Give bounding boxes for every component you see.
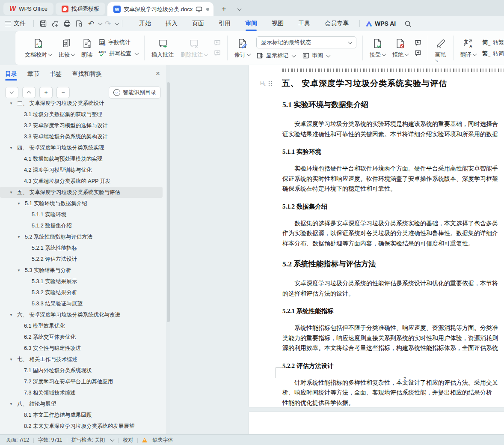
toc-item[interactable]: ▼三、 安卓深度学习垃圾分类系统设计 — [0, 98, 163, 109]
toc-item[interactable]: 6.3 安全性与稳定性改进 — [0, 343, 163, 354]
toc-item[interactable]: 4.2 深度学习模型训练与优化 — [0, 164, 163, 176]
app-tab-docer-templates[interactable]: 找稻壳模板 — [56, 3, 105, 15]
to-simplified-button[interactable]: 繁→ 转简 — [482, 50, 504, 57]
expand-all-button[interactable] — [22, 87, 36, 98]
device-sync-icon[interactable] — [196, 6, 202, 12]
smart-toc-button[interactable]: 智能识别目录 — [109, 87, 161, 99]
tab-reference[interactable]: 引用 — [211, 17, 238, 30]
toc-item[interactable]: 6.1 模型效果优化 — [0, 320, 163, 332]
file-menu[interactable]: 文件 — [5, 20, 26, 27]
toc-item[interactable]: 4.3 安卓端垃圾分类系统的 APP 开发 — [0, 176, 163, 187]
tab-membership[interactable]: 会员专享 — [317, 17, 356, 30]
reject-change-button[interactable]: 拒绝 — [389, 36, 412, 60]
previous-change-button[interactable] — [414, 39, 422, 46]
insert-comment-button[interactable]: 插入批注 — [148, 36, 177, 60]
word-count-indicator[interactable]: 字数: 9711 — [38, 436, 62, 444]
sidebar-tab-bookmarks[interactable]: 书签 — [50, 66, 62, 82]
toc-item[interactable]: 5.1.2 数据集介绍 — [0, 220, 163, 231]
doc-proofread-button[interactable]: a 文档校对 — [21, 36, 55, 60]
toc-item[interactable]: 5.3.2 实验结果分析 — [0, 287, 163, 298]
collapse-arrow-icon[interactable]: ▼ — [9, 402, 17, 406]
collapse-arrow-icon[interactable]: ▼ — [16, 269, 25, 272]
save-button[interactable] — [38, 18, 48, 29]
toc-item[interactable]: 5.1.1 实验环境 — [0, 209, 163, 220]
toc-item[interactable]: ▼5.1 实验环境与数据集介绍 — [0, 198, 163, 209]
toc-item[interactable]: 5.3.1 实验结果展示 — [0, 276, 163, 287]
page-indicator[interactable]: 页面: 7/12 — [6, 436, 29, 444]
print-preview-button[interactable] — [74, 18, 84, 29]
sidebar-scrollbar[interactable] — [166, 65, 170, 434]
new-tab-button[interactable]: + — [218, 3, 229, 15]
spellcheck-status[interactable]: 拼写检查: 关闭 — [71, 436, 105, 444]
toc-item[interactable]: 5.2.2 评估方法设计 — [0, 254, 163, 265]
missing-font-warning[interactable]: 缺失字体 — [152, 436, 173, 444]
toc-item[interactable]: 7.2 深度学习在安卓平台上的其他应用 — [0, 376, 163, 387]
sidebar-tab-find-replace[interactable]: 查找和替换 — [72, 66, 102, 82]
next-change-button[interactable] — [414, 50, 422, 57]
toc-item[interactable]: ▼5.2 系统性能指标与评估方法 — [0, 231, 163, 242]
toc-item[interactable]: 8.2 未来安卓深度学习垃圾分类系统的发展展望 — [0, 421, 163, 432]
app-tab-wps-office[interactable]: W WPS Office — [3, 3, 53, 15]
toc-item[interactable]: 3.2 安卓深度学习模型的选择与设计 — [0, 120, 163, 131]
toc-item[interactable]: 6.2 系统交互体验优化 — [0, 332, 163, 343]
close-sidebar-button[interactable]: × — [156, 69, 160, 78]
search-button[interactable] — [403, 18, 413, 29]
accept-change-button[interactable]: 接受 — [366, 36, 389, 60]
collapse-arrow-icon[interactable]: ▼ — [9, 358, 17, 361]
toc-item[interactable]: ▼七、 相关工作与技术综述 — [0, 354, 163, 365]
toc-item[interactable]: 8.1 本文工作总结与成果回顾 — [0, 409, 163, 421]
toc-zoom-out-button[interactable]: − — [56, 87, 70, 98]
output-pdf-button[interactable] — [50, 18, 60, 29]
toc-item[interactable]: 7.3 相关领域技术综述 — [0, 387, 163, 398]
toc-zoom-in-button[interactable]: + — [39, 87, 53, 98]
collapse-all-button[interactable] — [5, 87, 18, 98]
quick-access-dropdown-icon[interactable] — [115, 21, 119, 25]
proofread-button[interactable]: 校对 — [123, 436, 133, 444]
group-expand-icon[interactable]: ↘ — [435, 58, 438, 63]
spell-check-button[interactable]: ABC 拼写检查 — [98, 50, 138, 57]
tab-view[interactable]: 视图 — [264, 17, 291, 30]
read-aloud-button[interactable]: 朗读 — [78, 36, 96, 60]
tab-home[interactable]: 开始 — [132, 17, 158, 30]
toc-item[interactable]: ▼五、 安卓深度学习垃圾分类系统实验与评估 — [0, 187, 163, 198]
toc-item[interactable]: 5.2.1 系统性能指标 — [0, 242, 163, 254]
compare-button[interactable]: 比较 — [55, 36, 78, 60]
toc-item[interactable]: ▼四、 安卓深度学习垃圾分类系统实现 — [0, 142, 163, 153]
undo-button[interactable]: ↶ — [86, 18, 96, 29]
toc-item[interactable]: 3.1 垃圾分类数据集的获取与整理 — [0, 109, 163, 120]
word-count-button[interactable]: 12 字数统计 — [98, 39, 138, 46]
spellcheck-dropdown-icon[interactable] — [110, 437, 115, 442]
sidebar-tab-chapters[interactable]: 章节 — [27, 66, 39, 82]
next-page-top[interactable] — [249, 412, 504, 434]
toc-item[interactable]: ▼六、 安卓深度学习垃圾分类系统优化与改进 — [0, 309, 163, 320]
toc-item[interactable]: 3.3 安卓端垃圾分类系统的架构设计 — [0, 131, 163, 142]
tab-list-dropdown[interactable] — [233, 3, 244, 15]
sidebar-tab-toc[interactable]: 目录 — [5, 66, 17, 82]
to-traditional-button[interactable]: 简→ 转繁 — [482, 39, 504, 46]
undo-dropdown-icon[interactable] — [98, 21, 103, 25]
collapse-arrow-icon[interactable]: ▼ — [9, 191, 17, 194]
collapse-arrow-icon[interactable]: ▼ — [9, 146, 17, 150]
tab-review[interactable]: 审阅 — [238, 17, 264, 30]
document-page[interactable]: H₁五、 安卓深度学习垃圾分类系统实验与评估5.1 实验环境与数据集介绍安卓深度… — [249, 65, 504, 407]
review-pane-button[interactable]: 审阅 — [302, 52, 330, 60]
toc-item[interactable]: ▼八、 结论与展望 — [0, 398, 163, 409]
track-changes-button[interactable]: 修订 — [231, 36, 254, 60]
tab-insert[interactable]: 插入 — [158, 17, 185, 30]
translate-button[interactable]: 文A 翻译 — [457, 36, 480, 60]
toc-item[interactable]: 7.1 国内外垃圾分类系统现状 — [0, 365, 163, 376]
document-tab[interactable]: W 安卓深度学习垃圾分类.docx — [107, 2, 213, 16]
wps-ai-button[interactable]: WPS AI — [366, 20, 396, 27]
toc-item[interactable]: 4.1 数据加载与预处理模块的实现 — [0, 153, 163, 164]
tab-page[interactable]: 页面 — [185, 17, 211, 30]
toc-item[interactable]: ▼5.3 实验结果与分析 — [0, 265, 163, 276]
tab-tools[interactable]: 工具 — [291, 17, 317, 30]
show-markup-button[interactable]: 显示标记 — [256, 52, 295, 60]
toc-item[interactable]: 5.3.3 结果验证与展望 — [0, 298, 163, 309]
collapse-arrow-icon[interactable]: ▼ — [16, 235, 25, 239]
ink-pen-button[interactable]: 画笔 — [432, 36, 450, 60]
collapse-arrow-icon[interactable]: ▼ — [9, 313, 17, 317]
markup-state-select[interactable]: 显示标记的最终状态 — [256, 36, 356, 48]
print-button[interactable] — [62, 18, 72, 29]
redo-button[interactable]: ↷ — [103, 18, 113, 29]
